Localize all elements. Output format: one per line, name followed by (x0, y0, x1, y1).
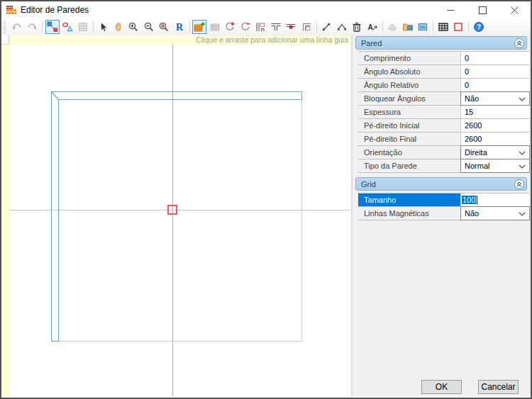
prop-value-comprimento[interactable]: 0 (460, 52, 529, 64)
dropdown-orientacao[interactable]: Direita (460, 145, 530, 159)
zoom-in-button[interactable] (126, 20, 140, 34)
dropdown-linhas-magneticas[interactable]: Não (460, 206, 530, 220)
wall-junction-end-icon (285, 21, 297, 33)
wall-junction-end-button[interactable] (284, 20, 298, 34)
wall-properties-button[interactable] (76, 20, 90, 34)
prop-row-bloquear-angulos[interactable]: Bloquear ÂngulosNão (358, 92, 529, 106)
maximize-button[interactable] (467, 1, 499, 19)
zoom-extents-button[interactable] (157, 20, 171, 34)
wall-junction-split-icon (255, 21, 266, 33)
prop-label-angulo-relativo: Ângulo Relativo (358, 79, 460, 91)
prop-value-pe-direito-final[interactable]: 2600 (460, 133, 529, 145)
prop-value-angulo-absoluto[interactable]: 0 (460, 65, 529, 78)
ok-button[interactable]: OK (421, 380, 462, 394)
wall-junction-t-button[interactable] (269, 20, 283, 34)
prop-label-tipo-da-parede: Tipo da Parede (358, 159, 460, 172)
redo-button[interactable] (25, 20, 39, 34)
zoom-out-icon (143, 21, 155, 33)
prop-row-angulo-relativo[interactable]: Ângulo Relativo0 (358, 79, 529, 92)
export-image-button[interactable] (416, 20, 430, 34)
prop-row-comprimento[interactable]: Comprimento0 (358, 52, 529, 65)
delete-trash-button[interactable] (350, 20, 364, 34)
text-label-button[interactable]: A (365, 20, 379, 34)
prop-label-bloquear-angulos: Bloquear Ângulos (358, 92, 460, 105)
prop-row-linhas-magneticas[interactable]: Linhas MagnéticasNão (358, 207, 529, 220)
collapse-grid-button[interactable] (514, 179, 524, 189)
roof-button[interactable] (385, 20, 399, 34)
window-title: Editor de Paredes (21, 5, 89, 15)
grid-toggle-button[interactable] (436, 20, 450, 34)
prop-row-angulo-absoluto[interactable]: Ângulo Absoluto0 (358, 65, 529, 79)
roof-icon (387, 21, 398, 33)
edit-selected-text: 100 (462, 196, 476, 204)
zoom-out-button[interactable] (142, 20, 156, 34)
toolbar-separator (187, 21, 192, 33)
draw-wall-line-button[interactable] (45, 20, 60, 34)
canvas[interactable] (9, 45, 351, 396)
dropdown-tipo-da-parede[interactable]: Normal (460, 159, 530, 173)
properties-panel: Pared Comprimento0Ângulo Absoluto0Ângulo… (353, 35, 531, 396)
wall-corner-icon (301, 21, 312, 33)
prop-label-comprimento: Comprimento (358, 52, 460, 64)
prop-label-tamanho: Tamanho (358, 193, 460, 206)
canvas-drawing (9, 45, 351, 396)
edit-wall-points-icon (62, 21, 73, 33)
prop-value-angulo-relativo[interactable]: 0 (460, 79, 529, 91)
guide-hint-text: Clique e arraste para adicionar uma linh… (196, 35, 348, 44)
pan-hand-button[interactable] (111, 20, 126, 34)
minimize-button[interactable] (435, 1, 467, 19)
dropdown-bloquear-angulos[interactable]: Não (460, 91, 530, 106)
toolbar-grip[interactable] (4, 21, 6, 33)
wall-junction-split-button[interactable] (253, 20, 267, 34)
dimension-linear-icon (321, 21, 332, 33)
chevron-down-icon (519, 212, 526, 216)
prop-row-pe-direito-inicial[interactable]: Pé-direito Inicial2600 (358, 119, 529, 133)
edit-field-tamanho[interactable]: 100 (460, 193, 529, 206)
ruler-corner-box (1, 35, 9, 45)
dimension-angular-button[interactable] (335, 20, 349, 34)
chevron-up-double-icon (516, 181, 523, 188)
toolbar: RA? (1, 18, 531, 35)
pan-hand-icon (113, 21, 124, 33)
wall-corner-button[interactable] (299, 20, 314, 34)
reset-view-button[interactable]: R (172, 20, 187, 34)
close-icon (511, 6, 519, 14)
remove-node-button[interactable] (238, 20, 253, 34)
dropdown-value: Não (465, 209, 479, 218)
prop-row-espessura[interactable]: Espessura15 (358, 106, 529, 119)
import-image-icon (402, 21, 414, 33)
import-image-button[interactable] (401, 20, 415, 34)
add-wall-button[interactable] (192, 20, 206, 34)
add-node-button[interactable] (223, 20, 237, 34)
remove-wall-button[interactable] (208, 20, 222, 34)
section-title: Pared (361, 39, 382, 47)
prop-row-pe-direito-final[interactable]: Pé-direito Final2600 (358, 133, 529, 146)
window-editor-de-paredes: Editor de Paredes RA? Clique e arraste p… (0, 0, 532, 399)
guide-square-button[interactable] (451, 20, 465, 34)
toolbar-separator (91, 21, 96, 33)
prop-value-pe-direito-inicial[interactable]: 2600 (460, 119, 529, 132)
prop-row-tipo-da-parede[interactable]: Tipo da ParedeNormal (358, 159, 529, 173)
undo-button[interactable] (10, 20, 24, 34)
select-cursor-icon (97, 21, 109, 33)
prop-value-espessura[interactable]: 15 (460, 106, 529, 118)
text-label-icon: A (367, 21, 378, 33)
help-button[interactable]: ? (472, 20, 486, 34)
close-button[interactable] (499, 1, 531, 19)
collapse-pared-button[interactable] (514, 38, 524, 48)
zoom-in-icon (128, 21, 139, 33)
section-title: Grid (361, 180, 376, 189)
prop-row-tamanho[interactable]: Tamanho100 (358, 193, 529, 207)
guide-strip-left[interactable] (1, 45, 9, 396)
prop-row-orientacao[interactable]: OrientaçãoDireita (358, 146, 529, 159)
chevron-down-icon (519, 97, 526, 101)
dimension-linear-button[interactable] (319, 20, 333, 34)
guide-strip-top[interactable]: Clique e arraste para adicionar uma linh… (9, 35, 351, 45)
select-cursor-button[interactable] (96, 20, 110, 34)
maximize-icon (479, 6, 487, 14)
edit-wall-points-button[interactable] (60, 20, 74, 34)
cancel-button[interactable]: Cancelar (478, 380, 519, 394)
toolbar-separator (380, 21, 385, 33)
app-icon (6, 4, 17, 16)
chevron-up-double-icon (516, 40, 523, 47)
